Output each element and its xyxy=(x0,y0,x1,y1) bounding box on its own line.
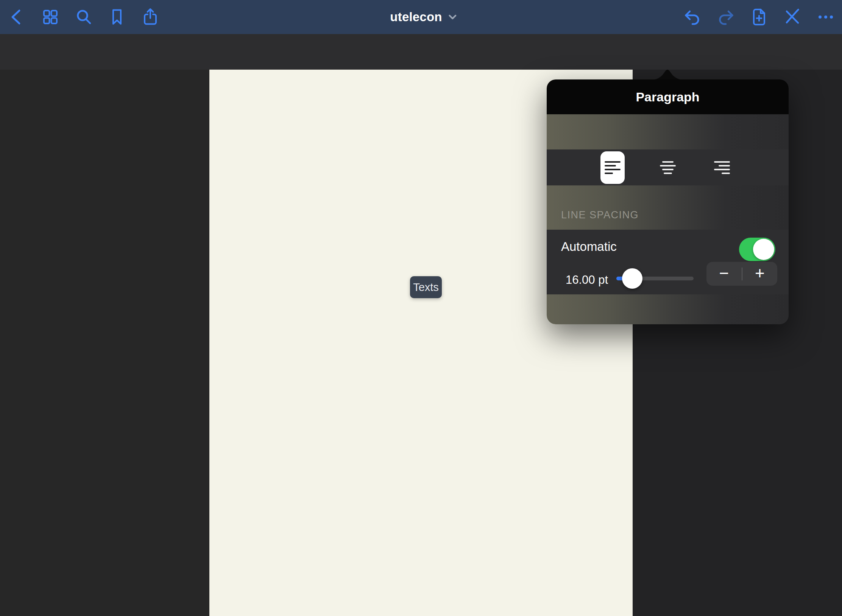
stylus-x-icon xyxy=(782,6,803,28)
document-title-button[interactable]: utelecon xyxy=(388,0,460,34)
decrease-spacing-button[interactable]: − xyxy=(706,262,742,286)
spacing-stepper: − + xyxy=(706,262,777,286)
automatic-label: Automatic xyxy=(561,240,617,254)
back-button[interactable] xyxy=(6,6,28,28)
align-left-icon xyxy=(605,161,621,174)
stylus-toggle-button[interactable] xyxy=(781,6,803,28)
search-button[interactable] xyxy=(73,6,95,28)
align-left-option[interactable] xyxy=(600,151,625,184)
redo-button[interactable] xyxy=(715,6,737,28)
nav-right-group xyxy=(681,0,837,34)
grid-icon xyxy=(40,6,61,28)
canvas-background-left xyxy=(0,70,209,616)
toggle-knob xyxy=(753,239,774,260)
pages-overview-button[interactable] xyxy=(39,6,61,28)
paragraph-popover: Paragraph xyxy=(547,79,789,324)
alignment-row xyxy=(547,149,789,185)
line-spacing-controls: Automatic 16.00 pt − + xyxy=(547,230,789,294)
increase-spacing-button[interactable]: + xyxy=(742,262,778,286)
line-spacing-section: LINE SPACING xyxy=(547,185,789,230)
bookmark-icon xyxy=(106,6,128,28)
back-chevron-icon xyxy=(6,6,28,28)
ellipsis-icon xyxy=(815,6,836,28)
slider-thumb[interactable] xyxy=(622,268,642,289)
texts-object[interactable]: Texts xyxy=(410,276,442,298)
nav-bar: utelecon xyxy=(0,0,842,34)
align-right-option[interactable] xyxy=(710,151,734,184)
undo-button[interactable] xyxy=(681,6,703,28)
align-right-icon xyxy=(714,161,730,174)
chevron-down-icon xyxy=(448,12,458,22)
popover-header: Paragraph xyxy=(547,79,789,114)
bookmark-button[interactable] xyxy=(106,6,128,28)
add-page-button[interactable] xyxy=(748,6,770,28)
spacing-slider[interactable] xyxy=(616,267,694,290)
document-title: utelecon xyxy=(390,10,442,24)
line-spacing-label: LINE SPACING xyxy=(561,209,639,221)
popover-title: Paragraph xyxy=(636,90,699,104)
share-button[interactable] xyxy=(139,6,161,28)
align-center-icon xyxy=(660,161,676,174)
app-screen: utelecon a xyxy=(0,0,842,616)
popover-arrow xyxy=(653,68,682,80)
undo-icon xyxy=(682,6,703,28)
nav-left-group xyxy=(6,0,161,34)
popover-spacer-top xyxy=(547,114,789,149)
add-page-icon xyxy=(748,6,770,28)
texts-object-label: Texts xyxy=(413,281,439,294)
redo-icon xyxy=(715,6,736,28)
align-center-option[interactable] xyxy=(656,151,680,184)
automatic-toggle[interactable] xyxy=(739,238,775,261)
tool-bar: a T xyxy=(0,34,842,70)
popover-spacer-bottom xyxy=(547,294,789,324)
search-icon xyxy=(73,6,94,28)
spacing-value: 16.00 pt xyxy=(566,273,608,287)
more-button[interactable] xyxy=(815,6,837,28)
share-icon xyxy=(140,6,161,28)
